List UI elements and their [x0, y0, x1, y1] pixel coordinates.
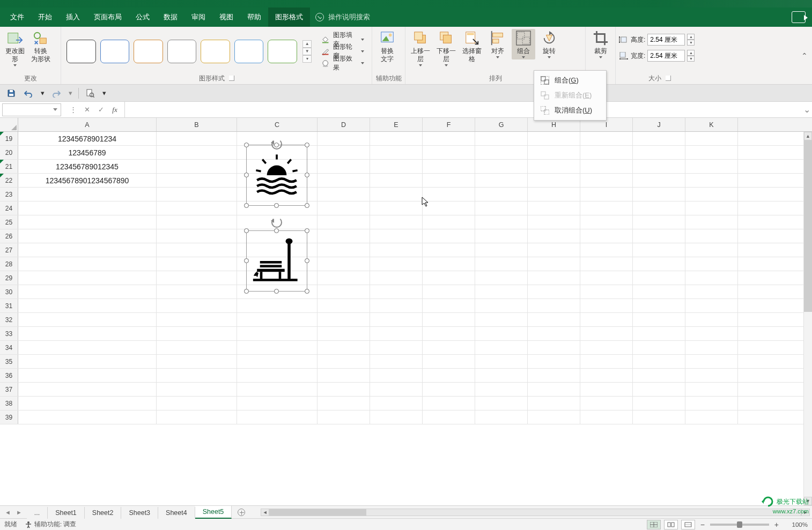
cell-I32[interactable] — [580, 313, 633, 326]
cell-H20[interactable] — [528, 146, 580, 159]
cell-K38[interactable] — [685, 397, 738, 410]
change-graphic-button[interactable]: 更改图 形 — [3, 29, 27, 68]
row-header-24[interactable]: 24 — [0, 201, 18, 215]
cell-E33[interactable] — [370, 327, 423, 340]
share-icon[interactable] — [792, 11, 806, 23]
cell-E19[interactable] — [370, 132, 423, 145]
cell-K23[interactable] — [685, 188, 738, 201]
cell-A19[interactable]: 12345678901234 — [18, 132, 157, 145]
column-header-B[interactable]: B — [157, 118, 237, 131]
row-header-21[interactable]: 21 — [0, 160, 18, 173]
resize-handle[interactable] — [305, 173, 309, 177]
cell-D24[interactable] — [318, 201, 370, 215]
row-header-25[interactable]: 25 — [0, 215, 18, 229]
name-box[interactable] — [2, 103, 61, 116]
column-header-J[interactable]: J — [633, 118, 685, 131]
cell-E21[interactable] — [370, 160, 423, 173]
tab-page-layout[interactable]: 页面布局 — [87, 8, 129, 27]
width-spinner[interactable]: ▲▼ — [687, 50, 695, 62]
width-input[interactable] — [647, 50, 685, 62]
row-header-38[interactable]: 38 — [0, 397, 18, 410]
cell-F22[interactable] — [423, 174, 475, 187]
cell-E37[interactable] — [370, 383, 423, 396]
cell-E23[interactable] — [370, 188, 423, 201]
cell-I39[interactable] — [580, 410, 633, 424]
redo-history-button[interactable]: ▾ — [67, 87, 74, 100]
save-button[interactable] — [4, 87, 18, 100]
cell-I21[interactable] — [580, 160, 633, 173]
zoom-out-button[interactable]: − — [698, 520, 707, 529]
cell-I20[interactable] — [580, 146, 633, 159]
cell-K29[interactable] — [685, 271, 738, 285]
cell-I31[interactable] — [580, 299, 633, 312]
cell-G34[interactable] — [475, 341, 528, 354]
cell-E38[interactable] — [370, 397, 423, 410]
cell-A23[interactable] — [18, 188, 157, 201]
cell-D22[interactable] — [318, 174, 370, 187]
cell-E29[interactable] — [370, 271, 423, 285]
cell-A26[interactable] — [18, 229, 157, 243]
convert-to-shape-button[interactable]: 转换 为形状 — [29, 29, 53, 64]
qat-customize-button[interactable]: ▾ — [100, 87, 108, 100]
cell-A28[interactable] — [18, 257, 157, 271]
cell-K37[interactable] — [685, 383, 738, 396]
collapse-ribbon-icon[interactable]: ⌃ — [801, 51, 808, 60]
cell-A38[interactable] — [18, 397, 157, 410]
cell-G36[interactable] — [475, 369, 528, 382]
cell-H29[interactable] — [528, 271, 580, 285]
cell-I36[interactable] — [580, 369, 633, 382]
cell-D32[interactable] — [318, 313, 370, 326]
row-header-19[interactable]: 19 — [0, 132, 18, 145]
cell-J24[interactable] — [633, 201, 685, 215]
cell-F32[interactable] — [423, 313, 475, 326]
cell-D26[interactable] — [318, 229, 370, 243]
cell-I29[interactable] — [580, 271, 633, 285]
cell-B32[interactable] — [157, 313, 237, 326]
cell-H35[interactable] — [528, 355, 580, 368]
column-header-C[interactable]: C — [237, 118, 318, 131]
cell-C35[interactable] — [237, 355, 318, 368]
tab-data[interactable]: 数据 — [157, 8, 184, 27]
cell-H32[interactable] — [528, 313, 580, 326]
cell-F37[interactable] — [423, 383, 475, 396]
row-header-31[interactable]: 31 — [0, 299, 18, 312]
row-header-35[interactable]: 35 — [0, 355, 18, 368]
cell-K32[interactable] — [685, 313, 738, 326]
cell-K24[interactable] — [685, 201, 738, 215]
selected-shape-sunset[interactable] — [246, 145, 307, 206]
zoom-level[interactable]: 100% — [784, 521, 808, 528]
cell-I22[interactable] — [580, 174, 633, 187]
cell-H36[interactable] — [528, 369, 580, 382]
cell-F35[interactable] — [423, 355, 475, 368]
cell-G28[interactable] — [475, 257, 528, 271]
cell-E35[interactable] — [370, 355, 423, 368]
cell-H31[interactable] — [528, 299, 580, 312]
cell-F31[interactable] — [423, 299, 475, 312]
cell-A22[interactable]: 12345678901234567890 — [18, 174, 157, 187]
cell-J20[interactable] — [633, 146, 685, 159]
row-header-26[interactable]: 26 — [0, 229, 18, 243]
cancel-formula-button[interactable]: ✕ — [80, 103, 93, 116]
resize-handle[interactable] — [274, 143, 279, 147]
cell-K22[interactable] — [685, 174, 738, 187]
cell-H27[interactable] — [528, 243, 580, 257]
cell-C37[interactable] — [237, 383, 318, 396]
selection-pane-button[interactable]: 选择窗格 — [460, 29, 484, 64]
cell-E26[interactable] — [370, 229, 423, 243]
cell-I26[interactable] — [580, 229, 633, 243]
tab-home[interactable]: 开始 — [31, 8, 59, 27]
row-header-28[interactable]: 28 — [0, 257, 18, 271]
cell-E22[interactable] — [370, 174, 423, 187]
cell-E27[interactable] — [370, 243, 423, 257]
cell-D35[interactable] — [318, 355, 370, 368]
sheet-tab-Sheet1[interactable]: Sheet1 — [48, 507, 85, 519]
shape-style-6[interactable] — [234, 40, 264, 63]
cell-H30[interactable] — [528, 285, 580, 298]
redo-button[interactable] — [49, 87, 63, 100]
cell-F39[interactable] — [423, 410, 475, 424]
cell-D38[interactable] — [318, 397, 370, 410]
cell-C32[interactable] — [237, 313, 318, 326]
cell-K39[interactable] — [685, 410, 738, 424]
scroll-up-icon[interactable]: ▲ — [804, 132, 812, 140]
formula-input[interactable] — [125, 103, 801, 116]
